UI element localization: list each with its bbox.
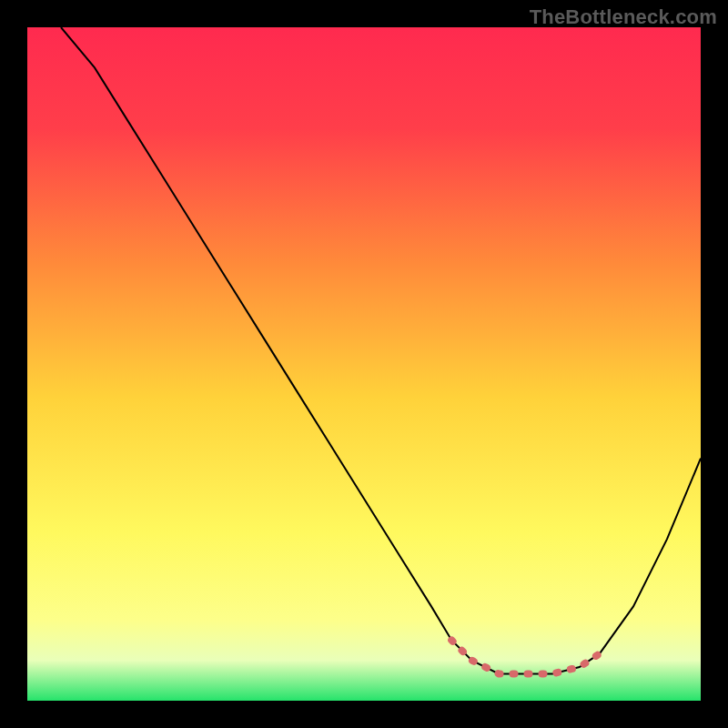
plot-background	[27, 27, 701, 701]
chart-frame: TheBottleneck.com	[0, 0, 728, 728]
bottleneck-chart	[27, 27, 701, 701]
attribution-label: TheBottleneck.com	[530, 5, 717, 29]
